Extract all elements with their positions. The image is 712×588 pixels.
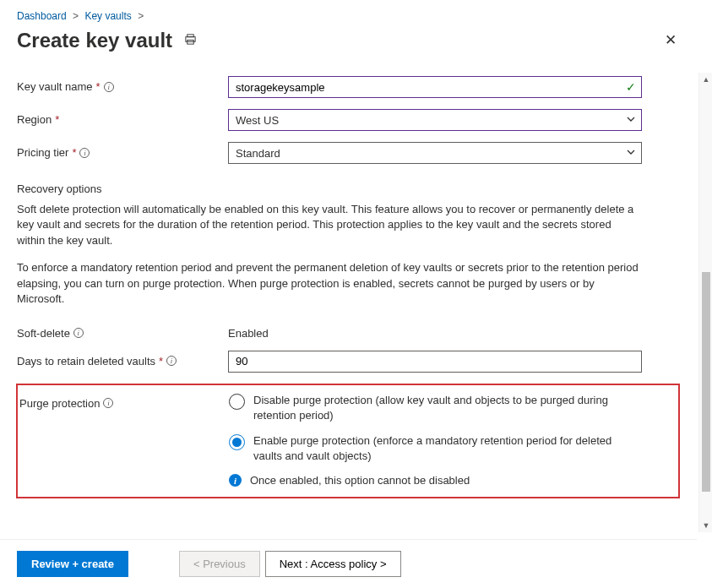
purge-label: Purge protection [19,397,100,410]
required-asterisk: * [96,80,101,93]
required-asterisk: * [72,146,76,159]
wizard-footer: Review + create < Previous Next : Access… [0,539,697,588]
required-asterisk: * [159,355,163,368]
chevron-down-icon [626,114,636,127]
radio-icon-unselected [229,394,245,410]
recovery-para-1: Soft delete protection will automaticall… [17,202,642,248]
purge-radio-enable[interactable]: Enable purge protection (enforce a manda… [229,433,643,464]
tier-select[interactable]: Standard [228,142,642,164]
name-label: Key vault name [17,80,93,93]
recovery-para-2: To enforce a mandatory retention period … [17,260,642,307]
page-title: Create key vault [17,29,172,52]
breadcrumb-dashboard[interactable]: Dashboard [17,10,67,22]
purge-radio-disable[interactable]: Disable purge protection (allow key vaul… [229,393,643,423]
required-asterisk: * [55,113,59,126]
softdelete-value: Enabled [228,323,642,340]
softdelete-label: Soft-delete [17,327,70,340]
scroll-down-arrow[interactable]: ▼ [699,519,712,532]
breadcrumb: Dashboard > Key vaults > [17,10,680,22]
purge-protection-highlight: Purge protection i Disable purge protect… [16,384,680,499]
next-button[interactable]: Next : Access policy > [265,551,401,577]
breadcrumb-sep-2: > [134,10,147,22]
previous-button: < Previous [179,551,260,577]
purge-note: Once enabled, this option cannot be disa… [250,474,470,487]
tier-label: Pricing tier [17,146,68,159]
close-icon[interactable]: ✕ [661,28,680,52]
radio-icon-selected [229,434,245,450]
breadcrumb-sep-1: > [69,10,82,22]
info-icon[interactable]: i [104,82,114,92]
info-filled-icon: i [229,474,242,487]
info-icon[interactable]: i [166,356,177,366]
region-label: Region [17,113,52,126]
purge-radio-disable-label: Disable purge protection (allow key vaul… [253,393,617,423]
purge-radio-enable-label: Enable purge protection (enforce a manda… [253,433,617,464]
tier-value: Standard [236,147,280,160]
vertical-scrollbar[interactable]: ▲ ▼ [698,73,712,532]
info-icon[interactable]: i [73,328,84,338]
check-icon: ✓ [626,80,636,94]
retain-days-input[interactable] [228,351,642,373]
retain-label: Days to retain deleted vaults [17,355,155,368]
scroll-thumb[interactable] [702,272,710,492]
chevron-down-icon [626,147,636,160]
info-icon[interactable]: i [79,148,90,158]
breadcrumb-keyvaults[interactable]: Key vaults [84,10,131,22]
region-select[interactable]: West US [228,109,642,131]
review-create-button[interactable]: Review + create [17,551,128,577]
recovery-header: Recovery options [17,182,680,195]
scroll-up-arrow[interactable]: ▲ [699,73,712,86]
keyvault-name-input[interactable] [228,76,642,98]
region-value: West US [236,114,279,127]
info-icon[interactable]: i [103,398,113,408]
print-icon[interactable] [184,33,197,48]
